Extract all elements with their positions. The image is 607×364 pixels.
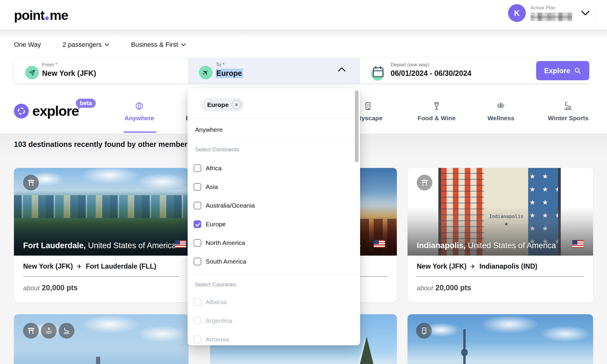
card-title: Indianapolis, United States of America bbox=[417, 240, 585, 252]
ice-skate-icon bbox=[59, 323, 74, 339]
chip-label: Europe bbox=[207, 101, 229, 108]
chevron-down-icon[interactable] bbox=[581, 10, 590, 16]
explore-brand-label: explore bbox=[32, 103, 79, 119]
to-field[interactable]: ✈ To * Europe bbox=[188, 58, 360, 83]
card-footer: New York (JFK) ✈ Fort Lauderdale (FLL) a… bbox=[14, 256, 189, 292]
tab-food-wine[interactable]: Food & Wine bbox=[418, 102, 456, 122]
header-fade bbox=[0, 30, 607, 39]
depart-value[interactable]: 06/01/2024 - 06/30/2024 bbox=[391, 69, 471, 78]
destination-card-denver[interactable] bbox=[14, 314, 189, 364]
avatar[interactable]: K bbox=[508, 4, 526, 22]
pointme-logo[interactable]: pointme bbox=[14, 8, 68, 23]
to-value: Europe bbox=[216, 69, 243, 78]
route: New York (JFK) ✈ Fort Lauderdale (FLL) bbox=[23, 262, 179, 270]
points-estimate: about20,000 pts bbox=[417, 283, 584, 292]
active-plan-label: Active Plan bbox=[531, 5, 572, 11]
globe-icon bbox=[124, 102, 154, 111]
chevron-down-icon bbox=[105, 43, 109, 46]
continent-option-south-america[interactable]: South America bbox=[188, 252, 360, 271]
card-divider bbox=[23, 276, 179, 277]
app-header: pointme K Active Plan bbox=[0, 0, 607, 30]
tab-winter-sports[interactable]: Winter Sports bbox=[548, 102, 588, 122]
continents-header: Select Continents bbox=[195, 146, 239, 153]
depart-label: Depart (one way) bbox=[391, 62, 429, 68]
destination-photo: Fort Lauderdale, United States of Americ… bbox=[14, 168, 189, 256]
to-value-selected-text[interactable]: Europe bbox=[216, 69, 243, 78]
header-divider bbox=[595, 8, 595, 23]
plane-icon: ✈ bbox=[470, 263, 476, 270]
from-field[interactable]: From * New York (JFK) bbox=[14, 58, 188, 83]
torii-gate-icon bbox=[417, 175, 432, 190]
divider bbox=[188, 141, 360, 141]
option-anywhere[interactable]: Anywhere bbox=[188, 119, 360, 141]
pointme-explore-page: { "colors": {"accent": "#7b68ee", "mint"… bbox=[0, 0, 607, 364]
close-icon[interactable]: ✕ bbox=[232, 100, 241, 109]
destination-photo bbox=[14, 314, 189, 364]
checkbox-disabled[interactable] bbox=[194, 336, 201, 343]
us-flag-icon bbox=[175, 240, 186, 248]
depart-field[interactable]: Depart (one way) 06/01/2024 - 06/30/2024 bbox=[360, 58, 536, 83]
to-label: To * bbox=[216, 62, 224, 68]
destination-dropdown: Europe ✕ Anywhere Select Continents Afri… bbox=[188, 88, 360, 345]
card-title: Fort Lauderdale, United States of Americ… bbox=[23, 240, 181, 252]
from-value[interactable]: New York (JFK) bbox=[42, 69, 96, 78]
airplane-icon: ✈ bbox=[199, 66, 213, 79]
explore-button[interactable]: Explore bbox=[536, 61, 589, 80]
tab-wellness[interactable]: Wellness bbox=[488, 102, 515, 122]
country-option-argentina[interactable]: Argentina bbox=[188, 311, 360, 330]
chevron-up-icon[interactable] bbox=[338, 67, 346, 72]
explore-brand: explore bbox=[14, 103, 79, 119]
destination-photo: Indianapolis Indianapolis, United States… bbox=[408, 168, 593, 256]
torii-gate-icon bbox=[23, 323, 39, 339]
destination-card-indianapolis[interactable]: Indianapolis Indianapolis, United States… bbox=[408, 168, 593, 302]
countries-header: Select Countries bbox=[195, 281, 236, 288]
active-tab-underline bbox=[124, 132, 156, 133]
results-heading: 103 destinations recently found by other… bbox=[14, 140, 191, 149]
wine-glass-icon bbox=[418, 102, 456, 111]
chevron-down-icon bbox=[181, 43, 186, 46]
countries-list: Albania Argentina Armenia bbox=[188, 293, 360, 345]
checkbox[interactable] bbox=[194, 183, 201, 191]
continent-option-africa[interactable]: Africa bbox=[188, 159, 360, 177]
tab-anywhere[interactable]: Anywhere bbox=[124, 102, 154, 122]
trip-type-selector[interactable]: One Way bbox=[14, 41, 41, 49]
country-option-albania[interactable]: Albania bbox=[188, 293, 360, 311]
checkbox[interactable] bbox=[194, 164, 201, 172]
search-icon bbox=[574, 67, 581, 74]
checkbox[interactable] bbox=[194, 239, 201, 247]
cabin-class-label: Business & First bbox=[131, 41, 178, 49]
country-option-armenia[interactable]: Armenia bbox=[188, 330, 360, 345]
continent-option-europe[interactable]: Europe bbox=[188, 215, 360, 233]
logo-dot-icon bbox=[45, 16, 49, 21]
points-estimate: about20,000 pts bbox=[23, 283, 179, 292]
continent-option-north-america[interactable]: North America bbox=[188, 233, 360, 252]
checkbox-disabled[interactable] bbox=[194, 317, 201, 325]
passengers-selector[interactable]: 2 passengers bbox=[63, 41, 109, 49]
explore-button-label: Explore bbox=[544, 67, 570, 75]
checkbox[interactable] bbox=[194, 202, 201, 209]
plane-icon: ✈ bbox=[77, 263, 82, 270]
search-options-toolbar: One Way 2 passengers Business & First bbox=[14, 41, 186, 49]
continent-option-asia[interactable]: Asia bbox=[188, 177, 360, 196]
beta-badge: beta bbox=[76, 99, 96, 108]
account-menu[interactable]: K Active Plan bbox=[508, 4, 590, 22]
continent-option-australia-oceania[interactable]: Australia/Oceania bbox=[188, 196, 360, 215]
destination-photo bbox=[408, 314, 593, 364]
user-name-redacted bbox=[531, 13, 572, 21]
building-icon bbox=[416, 323, 432, 339]
card-footer: New York (JFK) ✈ Indianapolis (IND) abou… bbox=[408, 256, 593, 292]
continents-list: Africa Asia Australia/Oceania Europe Nor… bbox=[188, 159, 360, 271]
cabin-class-selector[interactable]: Business & First bbox=[131, 41, 186, 49]
checkbox-checked[interactable] bbox=[194, 220, 201, 228]
destination-card-toronto[interactable] bbox=[408, 314, 593, 364]
us-flag-icon bbox=[572, 240, 584, 248]
checkbox-disabled[interactable] bbox=[194, 298, 201, 306]
card-divider bbox=[417, 276, 584, 277]
scrollbar-thumb[interactable] bbox=[355, 90, 359, 162]
calendar-icon bbox=[371, 65, 386, 81]
passengers-label: 2 passengers bbox=[63, 41, 102, 49]
wellness-icon bbox=[41, 323, 57, 339]
checkbox[interactable] bbox=[194, 258, 201, 265]
logo-text-point: point bbox=[14, 8, 44, 23]
destination-card-fort-lauderdale[interactable]: Fort Lauderdale, United States of Americ… bbox=[14, 168, 189, 302]
